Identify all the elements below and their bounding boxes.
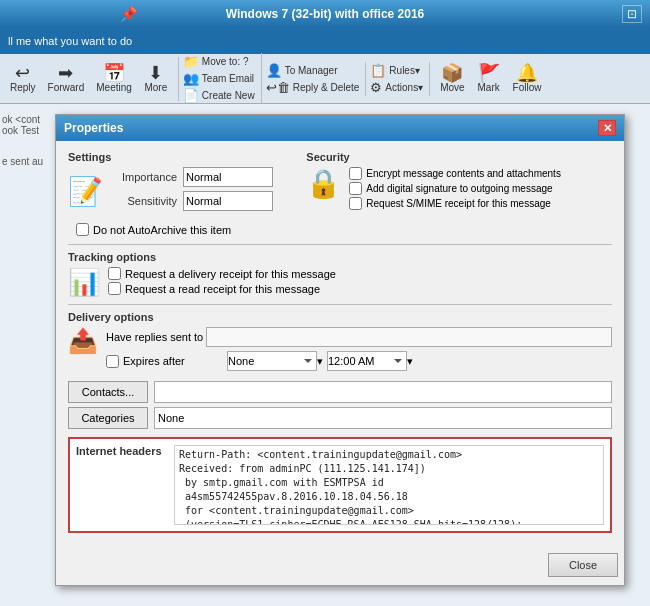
to-manager-btn[interactable]: 👤 To Manager bbox=[266, 62, 360, 79]
importance-select[interactable]: Normal High Low bbox=[183, 167, 273, 187]
forward-btn[interactable]: ➡ Forward bbox=[42, 62, 91, 95]
reply-btn[interactable]: ↩ Reply bbox=[4, 62, 42, 95]
tracking-checks: Request a delivery receipt for this mess… bbox=[108, 267, 336, 297]
moveto-label: Move to: ? bbox=[202, 56, 249, 67]
expires-label: Expires after bbox=[123, 355, 223, 367]
team-icon: 👥 bbox=[183, 71, 199, 86]
dialog-close-button[interactable]: ✕ bbox=[598, 120, 616, 136]
move-to-btn[interactable]: 📁 Move to: ? bbox=[183, 53, 255, 70]
read-receipt-row: Request a read receipt for this message bbox=[108, 282, 336, 295]
delivery-receipt-label: Request a delivery receipt for this mess… bbox=[125, 268, 336, 280]
categories-row: Categories bbox=[68, 407, 612, 429]
dialog-titlebar: Properties ✕ bbox=[56, 115, 624, 141]
meeting-btn[interactable]: 📅 Meeting bbox=[90, 62, 138, 95]
sensitivity-select[interactable]: Normal Personal Private Confidential bbox=[183, 191, 273, 211]
rules-label: Rules bbox=[389, 65, 415, 76]
digital-sig-row: Add digital signature to outgoing messag… bbox=[349, 182, 561, 195]
forward-icon: ➡ bbox=[58, 64, 73, 82]
delivery-inner: 📤 Have replies sent to Expires after Non… bbox=[68, 327, 612, 375]
contacts-button[interactable]: Contacts... bbox=[68, 381, 148, 403]
security-checks: Encrypt message contents and attachments… bbox=[349, 167, 561, 212]
settings-box: Settings 📝 Importance Normal High Low bbox=[68, 151, 286, 215]
manager-icon: 👤 bbox=[266, 63, 282, 78]
categories-button[interactable]: Categories bbox=[68, 407, 148, 429]
respond-group: ↩ Reply ➡ Forward 📅 Meeting ⬇ More bbox=[4, 57, 179, 101]
headers-textarea[interactable] bbox=[174, 445, 604, 525]
autoarchive-label: Do not AutoArchive this item bbox=[93, 224, 231, 236]
tracking-label: Tracking options bbox=[68, 251, 612, 263]
create-new-label: Create New bbox=[202, 90, 255, 101]
expires-row: Expires after None ▾ 12:00 AM ▾ bbox=[106, 351, 612, 371]
tracking-section: Tracking options 📊 Request a delivery re… bbox=[68, 251, 612, 298]
digital-sig-checkbox[interactable] bbox=[349, 182, 362, 195]
more-icon: ⬇ bbox=[148, 64, 163, 82]
replies-row: Have replies sent to bbox=[106, 327, 612, 347]
delivery-fields: Have replies sent to Expires after None … bbox=[106, 327, 612, 375]
reply-delete-btn[interactable]: ↩🗑 Reply & Delete bbox=[266, 79, 360, 96]
tracking-inner: 📊 Request a delivery receipt for this me… bbox=[68, 267, 612, 298]
reply-icon: ↩ bbox=[15, 64, 30, 82]
meeting-icon: 📅 bbox=[103, 64, 125, 82]
delivery-receipt-checkbox[interactable] bbox=[108, 267, 121, 280]
internet-headers-section: Internet headers bbox=[68, 437, 612, 533]
importance-row: Importance Normal High Low bbox=[111, 167, 273, 187]
expires-time-select[interactable]: 12:00 AM bbox=[327, 351, 407, 371]
contacts-input[interactable] bbox=[154, 381, 612, 403]
security-box: Security 🔒 Encrypt message contents and … bbox=[306, 151, 612, 215]
move-btn[interactable]: 📦 Move bbox=[434, 62, 470, 95]
rules-icon: 📋 bbox=[370, 63, 386, 78]
smime-row: Request S/MIME receipt for this message bbox=[349, 197, 561, 210]
replies-input[interactable] bbox=[206, 327, 612, 347]
settings-fields: Importance Normal High Low Sensitivity bbox=[111, 167, 273, 215]
reply-delete-label: Reply & Delete bbox=[293, 82, 360, 93]
headers-label: Internet headers bbox=[76, 445, 166, 525]
security-inner: 🔒 Encrypt message contents and attachmen… bbox=[306, 167, 612, 212]
categories-input[interactable] bbox=[154, 407, 612, 429]
smime-checkbox[interactable] bbox=[349, 197, 362, 210]
team-email-btn[interactable]: 👥 Team Email bbox=[183, 70, 255, 87]
delivery-section: Delivery options 📤 Have replies sent to … bbox=[68, 311, 612, 375]
side-text: ok <cont ook Test e sent au bbox=[2, 114, 43, 167]
actions-label: Actions bbox=[385, 82, 418, 93]
divider1 bbox=[68, 244, 612, 245]
expires-checkbox[interactable] bbox=[106, 355, 119, 368]
encrypt-row: Encrypt message contents and attachments bbox=[349, 167, 561, 180]
read-receipt-checkbox[interactable] bbox=[108, 282, 121, 295]
autoarchive-checkbox[interactable] bbox=[76, 223, 89, 236]
rules-group: 📋 Rules▾ ⚙ Actions▾ bbox=[370, 62, 430, 96]
close-button[interactable]: Close bbox=[548, 553, 618, 577]
move-label: Move bbox=[440, 82, 464, 93]
security-label: Security bbox=[306, 151, 612, 163]
rules-btn[interactable]: 📋 Rules▾ bbox=[370, 62, 423, 79]
encrypt-label: Encrypt message contents and attachments bbox=[366, 168, 561, 179]
dialog-footer: Close bbox=[56, 551, 624, 585]
team-email-label: Team Email bbox=[202, 73, 254, 84]
divider2 bbox=[68, 304, 612, 305]
settings-security-row: Settings 📝 Importance Normal High Low bbox=[68, 151, 612, 215]
title-bar: 📌 Windows 7 (32-bit) with office 2016 ⊡ bbox=[0, 0, 650, 28]
mark-label: Mark bbox=[477, 82, 499, 93]
moveto-icon: 📁 bbox=[183, 54, 199, 69]
follow-btn[interactable]: 🔔 Follow bbox=[507, 62, 548, 95]
app-background: ok <cont ook Test e sent au Properties ✕… bbox=[0, 104, 650, 606]
settings-icon: 📝 bbox=[68, 175, 103, 208]
settings-label: Settings bbox=[68, 151, 286, 163]
mark-btn[interactable]: 🚩 Mark bbox=[471, 62, 507, 95]
actions-btn[interactable]: ⚙ Actions▾ bbox=[370, 79, 423, 96]
mark-icon: 🚩 bbox=[478, 64, 500, 82]
move-icon: 📦 bbox=[441, 64, 463, 82]
window-icon: 📌 bbox=[120, 6, 137, 22]
create-new-btn[interactable]: 📄 Create New bbox=[183, 87, 255, 104]
tell-me-text: ll me what you want to do bbox=[8, 35, 132, 47]
more-btn[interactable]: ⬇ More bbox=[138, 62, 174, 95]
follow-icon: 🔔 bbox=[516, 64, 538, 82]
move-group: 📁 Move to: ? 👥 Team Email 📄 Create New bbox=[183, 53, 262, 104]
contacts-row: Contacts... bbox=[68, 381, 612, 403]
encrypt-checkbox[interactable] bbox=[349, 167, 362, 180]
importance-label: Importance bbox=[111, 171, 183, 183]
expires-date-select[interactable]: None bbox=[227, 351, 317, 371]
follow-label: Follow bbox=[513, 82, 542, 93]
read-receipt-label: Request a read receipt for this message bbox=[125, 283, 320, 295]
maximize-btn[interactable]: ⊡ bbox=[622, 5, 642, 23]
window-title: Windows 7 (32-bit) with office 2016 bbox=[226, 7, 425, 21]
